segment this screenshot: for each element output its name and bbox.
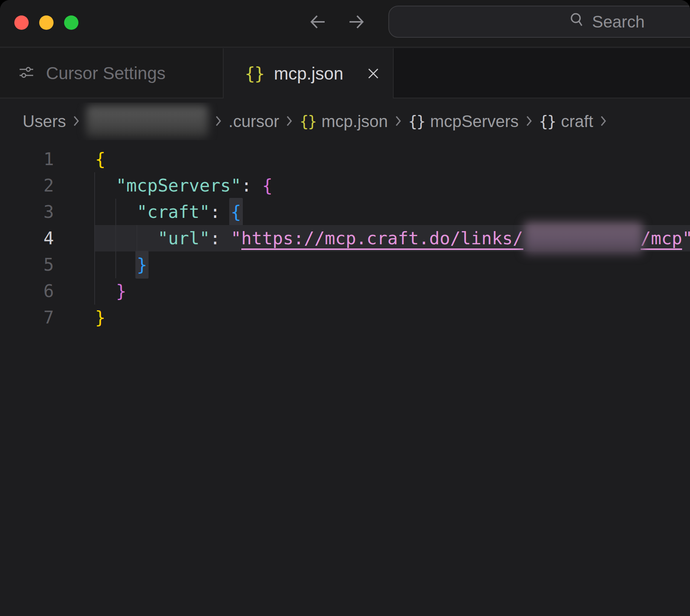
breadcrumb: Users .cursor {} mcp.json {} mcpServers — [23, 103, 690, 140]
line-number: 6 — [0, 278, 95, 304]
code-token: : — [210, 202, 221, 222]
traffic-light-zoom-button[interactable] — [64, 15, 78, 30]
chevron-right-icon — [286, 112, 292, 131]
breadcrumb-item-cursor-folder[interactable]: .cursor — [228, 112, 279, 131]
line-number: 7 — [0, 304, 95, 331]
breadcrumb-item-users[interactable]: Users — [23, 112, 66, 131]
code-line-3: 3 "craft": { — [0, 199, 690, 225]
titlebar: Search — [0, 0, 690, 48]
traffic-light-close-button[interactable] — [14, 15, 29, 30]
code-token: " — [682, 228, 690, 248]
arrow-right-icon — [347, 26, 365, 32]
matched-bracket: { — [229, 198, 243, 226]
code-token: " — [231, 228, 241, 248]
search-input[interactable]: Search — [388, 6, 690, 38]
code-line-6: 6 } — [0, 278, 690, 304]
settings-sliders-icon — [19, 63, 34, 83]
breadcrumb-item-redacted-username — [86, 106, 208, 138]
breadcrumb-item-mcp-json[interactable]: {} mcp.json — [299, 112, 388, 131]
chevron-right-icon — [215, 112, 221, 131]
json-braces-icon: {} — [245, 63, 264, 84]
tab-label: mcp.json — [274, 63, 343, 84]
forward-button[interactable] — [347, 13, 365, 31]
code-token — [95, 228, 158, 248]
cursor-window: Search Cursor Settings {} mcp.json — [0, 0, 690, 616]
code-token: "craft" — [137, 202, 210, 222]
chevron-right-icon — [526, 112, 532, 131]
line-number: 5 — [0, 251, 95, 278]
chevron-right-icon — [395, 112, 401, 131]
url-link-text[interactable]: /mcp — [641, 228, 682, 250]
tab-close-button[interactable] — [367, 67, 379, 80]
line-number: 1 — [0, 146, 95, 172]
indent-guide — [115, 199, 116, 278]
code-token: { — [95, 149, 106, 169]
indent-guide — [94, 172, 95, 305]
code-token: } — [95, 307, 106, 328]
code-editor[interactable]: 1 { 2 "mcpServers": { 3 "craft": { 4 "ur… — [0, 146, 690, 616]
object-braces-icon: {} — [408, 113, 425, 130]
code-token — [95, 175, 116, 196]
breadcrumb-item-craft[interactable]: {} craft — [539, 112, 593, 131]
chevron-right-icon — [600, 112, 606, 131]
chevron-right-icon — [73, 112, 79, 131]
code-line-2: 2 "mcpServers": { — [0, 172, 690, 199]
search-placeholder: Search — [592, 12, 644, 31]
tab-label: Cursor Settings — [46, 63, 166, 83]
code-token — [220, 228, 231, 248]
traffic-light-minimize-button[interactable] — [39, 15, 54, 30]
tab-mcp-json[interactable]: {} mcp.json — [224, 48, 394, 98]
indent-guide — [136, 225, 137, 252]
line-number: 2 — [0, 172, 95, 199]
line-number-active: 4 — [0, 225, 95, 251]
breadcrumb-item-mcpservers[interactable]: {} mcpServers — [408, 112, 519, 131]
code-token: : — [210, 228, 221, 248]
code-line-1: 1 { — [0, 146, 690, 172]
search-icon — [569, 12, 585, 32]
tab-bar: Cursor Settings {} mcp.json — [0, 48, 690, 98]
tab-cursor-settings[interactable]: Cursor Settings — [0, 48, 224, 98]
code-token: } — [116, 281, 126, 301]
tab-strip-empty — [394, 48, 690, 98]
matched-bracket: } — [135, 251, 149, 279]
line-number: 3 — [0, 199, 95, 225]
code-token — [95, 281, 116, 301]
url-link-text[interactable]: https://mcp.craft.do/links/ — [241, 228, 523, 250]
code-token: "mcpServers" — [116, 175, 241, 196]
back-button[interactable] — [309, 13, 327, 31]
code-token: : — [241, 175, 252, 196]
redacted-url-blur — [524, 222, 642, 254]
code-line-5: 5 } — [0, 251, 690, 278]
arrow-left-icon — [309, 26, 327, 32]
code-line-7: 7 } — [0, 304, 690, 331]
code-token — [251, 175, 262, 196]
code-token: { — [262, 175, 273, 196]
object-braces-icon: {} — [539, 113, 556, 130]
json-braces-icon: {} — [299, 113, 316, 130]
code-token: "url" — [158, 228, 210, 248]
